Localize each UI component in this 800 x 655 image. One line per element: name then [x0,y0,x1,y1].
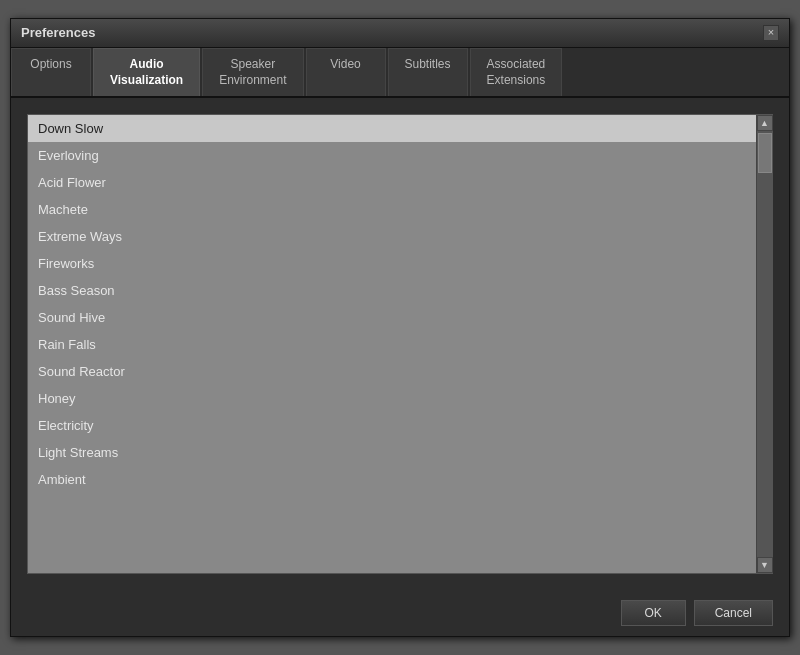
tab-bar: Options AudioVisualization SpeakerEnviro… [11,48,789,98]
list-item[interactable]: Sound Hive [28,304,756,331]
list-item[interactable]: Fireworks [28,250,756,277]
list-item[interactable]: Down Slow [28,115,756,142]
ok-button[interactable]: OK [621,600,686,626]
list-item[interactable]: Bass Season [28,277,756,304]
scroll-thumb[interactable] [758,133,772,173]
list-item[interactable]: Electricity [28,412,756,439]
content-area: Down SlowEverlovingAcid FlowerMacheteExt… [11,98,789,590]
list-item[interactable]: Machete [28,196,756,223]
title-bar: Preferences × [11,19,789,48]
tab-options[interactable]: Options [11,48,91,96]
list-item[interactable]: Acid Flower [28,169,756,196]
tab-associated-extensions[interactable]: AssociatedExtensions [470,48,563,96]
list-item[interactable]: Sound Reactor [28,358,756,385]
visualization-list-container: Down SlowEverlovingAcid FlowerMacheteExt… [27,114,773,574]
tab-speaker-environment[interactable]: SpeakerEnvironment [202,48,303,96]
tab-subtitles[interactable]: Subtitles [388,48,468,96]
close-button[interactable]: × [763,25,779,41]
scroll-track [757,131,772,557]
tab-video[interactable]: Video [306,48,386,96]
list-item[interactable]: Rain Falls [28,331,756,358]
list-item[interactable]: Everloving [28,142,756,169]
list-item[interactable]: Extreme Ways [28,223,756,250]
list-item[interactable]: Light Streams [28,439,756,466]
preferences-window: Preferences × Options AudioVisualization… [10,18,790,637]
window-title: Preferences [21,25,95,40]
footer: OK Cancel [11,590,789,636]
scroll-down-button[interactable]: ▼ [757,557,773,573]
scrollbar[interactable]: ▲ ▼ [756,115,772,573]
scroll-up-button[interactable]: ▲ [757,115,773,131]
cancel-button[interactable]: Cancel [694,600,773,626]
visualization-list: Down SlowEverlovingAcid FlowerMacheteExt… [28,115,756,573]
list-item[interactable]: Ambient [28,466,756,493]
tab-audio-visualization[interactable]: AudioVisualization [93,48,200,96]
list-item[interactable]: Honey [28,385,756,412]
